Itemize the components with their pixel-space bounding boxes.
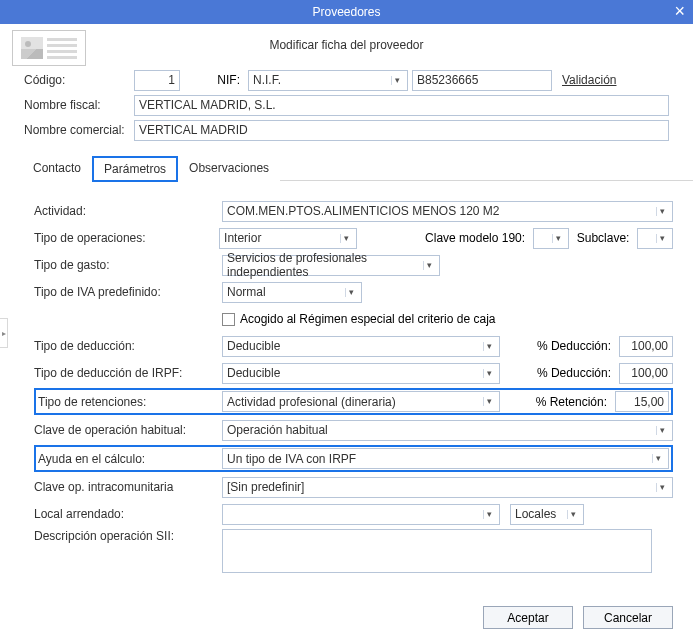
pct-deduccion-irpf-input[interactable] <box>619 363 673 384</box>
tipo-gasto-dropdown[interactable]: Servicios de profesionales independiente… <box>222 255 440 276</box>
clave-op-habitual-label: Clave de operación habitual: <box>34 423 222 437</box>
pct-deduccion-irpf-label: % Deducción: <box>529 366 619 380</box>
clave-intracomunitaria-label: Clave op. intracomunitaria <box>34 480 222 494</box>
tipo-iva-dropdown[interactable]: Normal▾ <box>222 282 362 303</box>
local-arrendado-label: Local arrendado: <box>34 507 222 521</box>
actividad-label: Actividad: <box>34 204 222 218</box>
nif-type-dropdown[interactable]: N.I.F.▾ <box>248 70 408 91</box>
page-subtitle: Modificar ficha del proveedor <box>0 24 693 58</box>
tipo-retenciones-label: Tipo de retenciones: <box>38 395 222 409</box>
locales-button[interactable]: Locales▾ <box>510 504 584 525</box>
params-panel: Actividad: COM.MEN.PTOS.ALIMENTICIOS MEN… <box>0 182 693 586</box>
descripcion-sii-label: Descripción operación SII: <box>34 529 222 543</box>
nombre-comercial-input[interactable] <box>134 120 669 141</box>
tipo-iva-label: Tipo de IVA predefinido: <box>34 285 222 299</box>
chevron-down-icon: ▾ <box>656 234 668 243</box>
left-expand-handle[interactable]: ▸ <box>0 318 8 348</box>
chevron-down-icon: ▾ <box>652 454 664 463</box>
pct-deduccion-input[interactable] <box>619 336 673 357</box>
tipo-deduccion-irpf-label: Tipo de deducción de IRPF: <box>34 366 222 380</box>
actividad-dropdown[interactable]: COM.MEN.PTOS.ALIMENTICIOS MENOS 120 M2▾ <box>222 201 673 222</box>
tipo-gasto-label: Tipo de gasto: <box>34 258 222 272</box>
window-title: Proveedores <box>312 5 380 19</box>
codigo-input[interactable] <box>134 70 180 91</box>
ayuda-calculo-row: Ayuda en el cálculo: Un tipo de IVA con … <box>34 445 673 472</box>
subclave-label: Subclave: <box>569 231 638 245</box>
chevron-down-icon: ▾ <box>656 426 668 435</box>
clave-intracomunitaria-dropdown[interactable]: [Sin predefinir]▾ <box>222 477 673 498</box>
subclave-dropdown[interactable]: ▾ <box>637 228 673 249</box>
tab-contacto[interactable]: Contacto <box>22 156 92 182</box>
chevron-down-icon: ▾ <box>483 397 495 406</box>
nombre-fiscal-label: Nombre fiscal: <box>24 98 134 112</box>
tipo-deduccion-irpf-dropdown[interactable]: Deducible▾ <box>222 363 500 384</box>
chevron-down-icon: ▾ <box>483 510 495 519</box>
accept-button[interactable]: Aceptar <box>483 606 573 629</box>
chevron-down-icon: ▾ <box>423 261 435 270</box>
clave-op-habitual-dropdown[interactable]: Operación habitual▾ <box>222 420 673 441</box>
tipo-deduccion-label: Tipo de deducción: <box>34 339 222 353</box>
chevron-down-icon: ▾ <box>567 510 579 519</box>
codigo-label: Código: <box>24 73 134 87</box>
clave190-label: Clave modelo 190: <box>417 231 533 245</box>
tipo-retenciones-row: Tipo de retenciones: Actividad profesion… <box>34 388 673 415</box>
ayuda-calculo-dropdown[interactable]: Un tipo de IVA con IRPF▾ <box>222 448 669 469</box>
descripcion-sii-textarea[interactable] <box>222 529 652 573</box>
chevron-down-icon: ▾ <box>391 76 403 85</box>
nombre-comercial-label: Nombre comercial: <box>24 123 134 137</box>
header-image-placeholder <box>12 30 86 66</box>
chevron-down-icon: ▾ <box>656 207 668 216</box>
clave190-dropdown[interactable]: ▾ <box>533 228 569 249</box>
chevron-down-icon: ▾ <box>656 483 668 492</box>
chevron-down-icon: ▾ <box>345 288 357 297</box>
close-icon[interactable]: × <box>674 1 685 22</box>
local-arrendado-dropdown[interactable]: ▾ <box>222 504 500 525</box>
dialog-footer: Aceptar Cancelar <box>483 606 673 629</box>
tabs: Contacto Parámetros Observaciones <box>22 156 693 182</box>
titlebar: Proveedores × <box>0 0 693 24</box>
pct-retencion-label: % Retención: <box>528 395 615 409</box>
acogido-label: Acogido al Régimen especial del criterio… <box>240 312 495 326</box>
tipo-operaciones-label: Tipo de operaciones: <box>34 231 219 245</box>
nombre-fiscal-input[interactable] <box>134 95 669 116</box>
acogido-checkbox[interactable] <box>222 313 235 326</box>
header-form: Código: NIF: N.I.F.▾ Validación Nombre f… <box>0 58 693 150</box>
cancel-button[interactable]: Cancelar <box>583 606 673 629</box>
tipo-retenciones-dropdown[interactable]: Actividad profesional (dineraria)▾ <box>222 391 500 412</box>
ayuda-calculo-label: Ayuda en el cálculo: <box>38 452 222 466</box>
tab-parametros[interactable]: Parámetros <box>92 156 178 182</box>
tipo-deduccion-dropdown[interactable]: Deducible▾ <box>222 336 500 357</box>
nif-input[interactable] <box>412 70 552 91</box>
chevron-down-icon: ▾ <box>483 369 495 378</box>
pct-deduccion-label: % Deducción: <box>529 339 619 353</box>
chevron-down-icon: ▾ <box>483 342 495 351</box>
validacion-link[interactable]: Validación <box>562 73 616 87</box>
nif-label: NIF: <box>180 73 248 87</box>
chevron-down-icon: ▾ <box>552 234 564 243</box>
chevron-down-icon: ▾ <box>340 234 352 243</box>
pct-retencion-input[interactable] <box>615 391 669 412</box>
tab-observaciones[interactable]: Observaciones <box>178 156 280 182</box>
tipo-operaciones-dropdown[interactable]: Interior▾ <box>219 228 357 249</box>
